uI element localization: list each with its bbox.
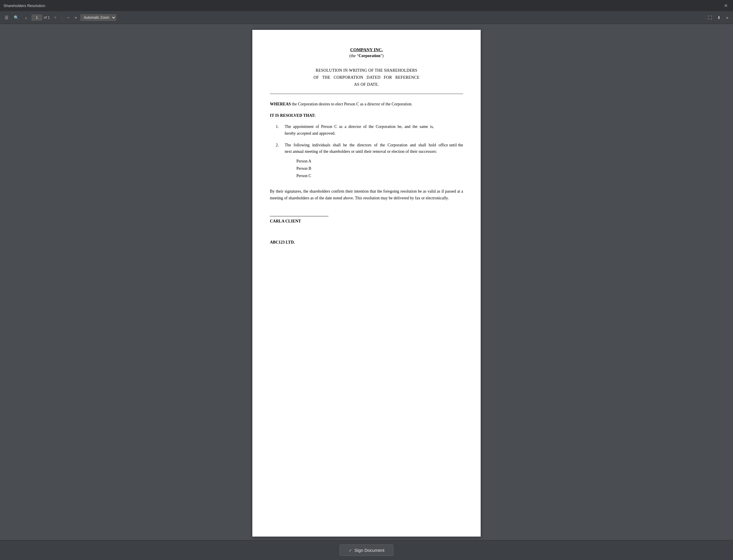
directors-list: Person A Person B Person C: [297, 157, 463, 180]
window-title: Shareholders Resolution: [4, 4, 45, 8]
more-button[interactable]: »: [724, 14, 730, 21]
item-text-1: The appointment of Person C as a directo…: [285, 124, 434, 137]
list-item: 2. The following individuals shall be th…: [276, 142, 463, 179]
zoom-select[interactable]: Automatic Zoom 50% 75% 100% 125% 150%: [81, 14, 116, 21]
document-body: WHEREAS the Corporation desires to elect…: [270, 101, 463, 246]
next-page-button[interactable]: ▼: [52, 14, 59, 21]
sidebar-toggle-button[interactable]: ☰: [3, 14, 10, 21]
corporation-bold: Corporation: [359, 54, 381, 58]
list-item: 1. The appointment of Person C as a dire…: [276, 124, 463, 137]
prev-page-button[interactable]: ▲: [22, 14, 30, 21]
director-2: Person B: [297, 165, 463, 172]
item-number-1: 1.: [276, 124, 279, 137]
title-bar-left: Shareholders Resolution: [4, 4, 45, 8]
zoom-out-button[interactable]: −: [65, 14, 71, 21]
download-button[interactable]: ⬇: [715, 14, 722, 21]
pdf-page: COMPANY INC. (the “Corporation”) RESOLUT…: [252, 30, 481, 537]
resolved-heading: IT IS RESOLVED THAT:: [270, 112, 463, 119]
resolution-title: RESOLUTION IN WRITING OF THE SHAREHOLDER…: [270, 67, 463, 88]
item-text-2: The following individuals shall be the d…: [285, 143, 463, 154]
close-button[interactable]: ✕: [722, 2, 729, 10]
company-signatory: ABC123 LTD.: [270, 239, 463, 246]
director-3: Person C: [297, 172, 463, 179]
corporation-line: (the “Corporation”): [270, 54, 463, 58]
page-number-input[interactable]: [32, 15, 42, 20]
divider: [270, 94, 463, 94]
zoom-in-button[interactable]: +: [73, 14, 79, 21]
page-of-label: of 1: [44, 16, 50, 20]
toolbar-right: ⛶ ⬇ »: [706, 14, 730, 21]
whereas-paragraph: WHEREAS the Corporation desires to elect…: [270, 101, 463, 107]
whereas-label: WHEREAS: [270, 102, 291, 106]
signature-block: CARLA CLIENT: [270, 216, 463, 225]
director-1: Person A: [297, 157, 463, 165]
checkmark-icon: ✓: [349, 548, 352, 553]
title-bar: Shareholders Resolution ✕: [0, 0, 733, 11]
toolbar-separator-1: [62, 14, 62, 21]
company-name: COMPANY INC.: [270, 47, 463, 52]
sign-document-button[interactable]: ✓ Sign Document: [340, 544, 394, 556]
signature-line: [270, 216, 328, 216]
sign-document-label: Sign Document: [354, 548, 385, 553]
company-block: ABC123 LTD.: [270, 239, 463, 246]
fullscreen-button[interactable]: ⛶: [706, 14, 714, 21]
search-button[interactable]: 🔍: [12, 14, 20, 21]
whereas-text: the Corporation desires to elect Person …: [291, 102, 412, 106]
item-number-2: 2.: [276, 142, 279, 179]
numbered-list: 1. The appointment of Person C as a dire…: [276, 124, 463, 179]
closing-text: By their signatures, the shareholders co…: [270, 188, 463, 201]
toolbar: ☰ 🔍 ▲ of 1 ▼ − + Automatic Zoom 50% 75% …: [0, 11, 733, 24]
signer-name: CARLA CLIENT: [270, 218, 463, 225]
bottom-bar: ✓ Sign Document: [0, 540, 733, 560]
closing-paragraph: By their signatures, the shareholders co…: [270, 188, 463, 201]
document-header: COMPANY INC. (the “Corporation”): [270, 47, 463, 58]
main-content: COMPANY INC. (the “Corporation”) RESOLUT…: [0, 24, 733, 560]
